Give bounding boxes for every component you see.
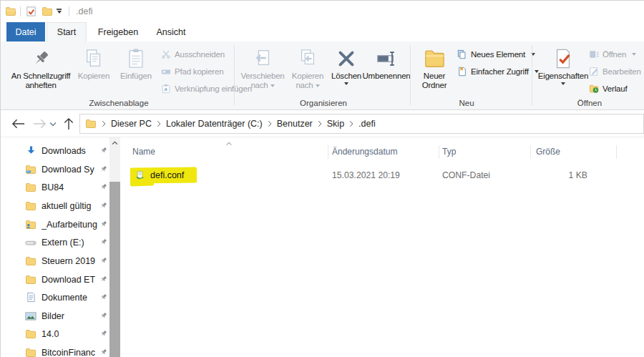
rename-button[interactable]: Umbenennen (363, 43, 410, 81)
shared-folder-icon (25, 219, 36, 230)
back-button[interactable] (10, 117, 26, 131)
tab-datei[interactable]: Datei (6, 22, 45, 41)
breadcrumb-dieser-pc[interactable]: Dieser PC (111, 119, 152, 129)
pin-icon (99, 201, 108, 210)
breadcrumb-drive-c[interactable]: Lokaler Datenträger (C:) (166, 119, 263, 129)
forward-button[interactable] (31, 117, 47, 131)
copy-icon (83, 45, 104, 72)
new-folder-button[interactable]: Neuer Ordner (414, 43, 454, 90)
folder-icon (25, 255, 36, 267)
sidebar-item-aufarbeitung[interactable]: _Aufarbeitung (1, 215, 109, 233)
file-name[interactable]: defi.conf (150, 170, 184, 180)
recent-locations-caret-icon[interactable] (48, 117, 58, 131)
file-date-modified: 15.03.2021 20:19 (332, 170, 400, 180)
edit-pencil-icon (589, 67, 599, 77)
edit-button[interactable]: Bearbeiten (589, 64, 641, 79)
breadcrumb-chevron-icon[interactable] (318, 120, 322, 127)
address-folder-icon (85, 118, 97, 129)
pin-icon (99, 275, 108, 284)
sidebar-item-download-et[interactable]: Download ET (1, 270, 109, 288)
dropdown-caret-icon (632, 53, 636, 56)
group-label-open: Öffnen (535, 99, 644, 107)
properties-check-icon (552, 45, 574, 72)
clipboard-icon (125, 45, 147, 72)
open-button[interactable]: Öffnen (589, 47, 636, 62)
properties-button[interactable]: Eigenschaften (536, 43, 590, 85)
move-to-icon (252, 45, 273, 72)
titlebar-separator (20, 6, 21, 16)
sidebar-item-dokumente[interactable]: Dokumente (1, 288, 109, 306)
new-item-button[interactable]: Neues Element (457, 47, 535, 62)
address-bar[interactable]: Dieser PC Lokaler Datenträger (C:) Benut… (79, 114, 644, 134)
breadcrumb-chevron-icon[interactable] (102, 120, 106, 127)
new-item-icon (457, 49, 467, 59)
pin-to-quick-access-button[interactable]: An Schnellzugriff anheften (8, 43, 74, 90)
address-bar-row: Dieser PC Lokaler Datenträger (C:) Benut… (1, 110, 644, 137)
sync-folder-icon (25, 164, 36, 175)
easy-access-button[interactable]: Einfacher Zugriff (457, 64, 539, 79)
sidebar-scrollbar[interactable] (109, 137, 120, 357)
sidebar-item-download-sy[interactable]: Download Sy (1, 160, 109, 178)
breadcrumb-chevron-icon[interactable] (349, 120, 353, 127)
group-label-new: Neu (413, 99, 520, 107)
ribbon-group-divider (532, 45, 532, 105)
sidebar-item-bu84[interactable]: BU84 (1, 178, 109, 196)
open-icon (589, 49, 599, 59)
qat-customize-icon[interactable] (57, 9, 62, 14)
sidebar-item-aktuell-gueltig[interactable]: aktuell gültig (1, 197, 109, 215)
history-button[interactable]: Verlauf (589, 81, 627, 97)
breadcrumb-benutzer[interactable]: Benutzer (277, 119, 313, 129)
history-icon (589, 84, 599, 94)
paste-shortcut-icon (161, 84, 171, 94)
sidebar-item-extern-e[interactable]: Extern (E:) (1, 233, 109, 251)
qat-new-folder-icon[interactable] (42, 6, 53, 17)
scissors-icon (161, 49, 171, 59)
folder-icon (25, 347, 36, 357)
column-header-name[interactable]: Name (132, 147, 155, 157)
tab-ansicht[interactable]: Ansicht (148, 22, 194, 41)
qat-properties-icon[interactable] (26, 6, 36, 17)
column-header-date-modified[interactable]: Änderungsdatum (332, 147, 397, 157)
breadcrumb-chevron-icon[interactable] (268, 120, 272, 127)
tab-start[interactable]: Start (47, 22, 87, 41)
copy-path-button[interactable]: Pfad kopieren (161, 64, 223, 79)
cut-button[interactable]: Ausschneiden (161, 47, 225, 62)
column-header-size[interactable]: Größe (536, 147, 560, 157)
breadcrumb-chevron-icon[interactable] (157, 120, 161, 127)
sort-ascending-icon (225, 142, 233, 146)
breadcrumb-defi[interactable]: .defi (358, 119, 376, 129)
move-to-button[interactable]: Verschieben nach (238, 43, 287, 90)
sidebar-item-bitcoinfinanz[interactable]: BitcoinFinanc (1, 343, 109, 357)
breadcrumb-skip[interactable]: Skip (327, 119, 344, 129)
scrollbar-thumb[interactable] (109, 182, 120, 357)
column-divider[interactable] (616, 145, 617, 159)
folder-icon (25, 200, 36, 212)
explorer-window: .defi Datei Start Freigeben Ansicht An S… (0, 0, 644, 357)
sidebar-item-steuern-2019[interactable]: Steuern 2019 (1, 252, 109, 270)
pushpin-icon (30, 45, 52, 72)
copy-to-button[interactable]: Kopieren nach (287, 43, 328, 90)
tab-freigeben[interactable]: Freigeben (91, 22, 145, 41)
pin-icon (99, 348, 108, 357)
delete-button[interactable]: Löschen (330, 43, 363, 85)
up-button[interactable] (61, 117, 77, 131)
copy-path-icon (161, 67, 171, 77)
file-size: 1 KB (530, 170, 587, 180)
ribbon-group-divider (234, 45, 235, 105)
dropdown-caret-icon (561, 82, 565, 85)
title-bar: .defi (1, 1, 644, 22)
column-divider[interactable] (439, 145, 439, 159)
group-label-clipboard: Zwischenablage (5, 99, 233, 107)
sidebar-item-downloads[interactable]: Downloads (1, 142, 109, 160)
downloads-icon (25, 145, 36, 157)
column-header-type[interactable]: Typ (442, 147, 456, 157)
scroll-up-arrow-icon[interactable] (109, 137, 120, 148)
column-divider[interactable] (328, 145, 328, 159)
copy-button[interactable]: Kopieren (74, 43, 114, 81)
sidebar-item-bilder[interactable]: Bilder (1, 307, 109, 325)
pin-icon (99, 182, 108, 192)
column-divider[interactable] (530, 145, 531, 159)
sidebar-item-14-0[interactable]: 14.0 (1, 325, 109, 343)
pin-icon (99, 238, 108, 247)
paste-button[interactable]: Einfügen (115, 43, 157, 81)
